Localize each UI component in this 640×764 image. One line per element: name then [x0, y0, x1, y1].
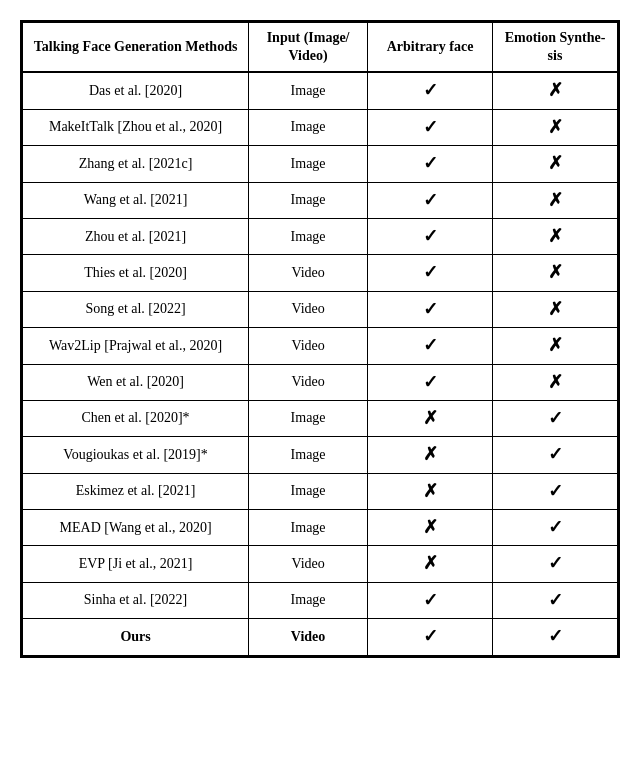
cell-emotion: ✓	[493, 437, 618, 473]
cell-emotion: ✗	[493, 328, 618, 364]
footer-input: Video	[249, 619, 368, 655]
table-row: EVP [Ji et al., 2021]Video✗✓	[23, 546, 618, 582]
table-header-row: Talking Face Generation Methods Input (I…	[23, 23, 618, 73]
cell-emotion: ✗	[493, 146, 618, 182]
cell-arbitrary: ✗	[368, 546, 493, 582]
footer-method: Ours	[23, 619, 249, 655]
cell-input: Image	[249, 400, 368, 436]
cell-arbitrary: ✓	[368, 72, 493, 109]
cell-input: Image	[249, 146, 368, 182]
cell-emotion: ✗	[493, 255, 618, 291]
cell-method: EVP [Ji et al., 2021]	[23, 546, 249, 582]
table-body: Das et al. [2020]Image✓✗MakeItTalk [Zhou…	[23, 72, 618, 618]
cell-input: Image	[249, 437, 368, 473]
cell-method: Chen et al. [2020]*	[23, 400, 249, 436]
cell-method: Vougioukas et al. [2019]*	[23, 437, 249, 473]
cell-emotion: ✗	[493, 109, 618, 145]
table-row: MEAD [Wang et al., 2020]Image✗✓	[23, 510, 618, 546]
table-row: Chen et al. [2020]*Image✗✓	[23, 400, 618, 436]
cell-arbitrary: ✓	[368, 182, 493, 218]
cell-input: Video	[249, 255, 368, 291]
table-row: Zhou et al. [2021]Image✓✗	[23, 218, 618, 254]
cell-method: MEAD [Wang et al., 2020]	[23, 510, 249, 546]
cell-input: Image	[249, 582, 368, 618]
cell-method: Wang et al. [2021]	[23, 182, 249, 218]
cell-method: Song et al. [2022]	[23, 291, 249, 327]
cell-input: Image	[249, 182, 368, 218]
cell-method: Eskimez et al. [2021]	[23, 473, 249, 509]
footer-row: Ours Video ✓ ✓	[23, 619, 618, 655]
cell-arbitrary: ✗	[368, 437, 493, 473]
header-emotion: Emotion Synthe- sis	[493, 23, 618, 73]
cell-method: Wen et al. [2020]	[23, 364, 249, 400]
cell-arbitrary: ✓	[368, 364, 493, 400]
footer-emotion: ✓	[493, 619, 618, 655]
footer-arbitrary: ✓	[368, 619, 493, 655]
cell-method: MakeItTalk [Zhou et al., 2020]	[23, 109, 249, 145]
cell-input: Video	[249, 328, 368, 364]
cell-input: Image	[249, 473, 368, 509]
cell-input: Video	[249, 364, 368, 400]
comparison-table: Talking Face Generation Methods Input (I…	[22, 22, 618, 656]
cell-input: Image	[249, 218, 368, 254]
cell-emotion: ✗	[493, 291, 618, 327]
cell-input: Image	[249, 72, 368, 109]
cell-arbitrary: ✓	[368, 218, 493, 254]
cell-arbitrary: ✗	[368, 473, 493, 509]
cell-arbitrary: ✓	[368, 582, 493, 618]
cell-emotion: ✗	[493, 182, 618, 218]
cell-method: Zhou et al. [2021]	[23, 218, 249, 254]
cell-input: Video	[249, 546, 368, 582]
table-row: MakeItTalk [Zhou et al., 2020]Image✓✗	[23, 109, 618, 145]
table-row: Wang et al. [2021]Image✓✗	[23, 182, 618, 218]
table-row: Wav2Lip [Prajwal et al., 2020]Video✓✗	[23, 328, 618, 364]
table-row: Sinha et al. [2022]Image✓✓	[23, 582, 618, 618]
cell-emotion: ✓	[493, 510, 618, 546]
table-row: Eskimez et al. [2021]Image✗✓	[23, 473, 618, 509]
table-row: Vougioukas et al. [2019]*Image✗✓	[23, 437, 618, 473]
cell-arbitrary: ✗	[368, 400, 493, 436]
cell-method: Sinha et al. [2022]	[23, 582, 249, 618]
comparison-table-wrapper: Talking Face Generation Methods Input (I…	[20, 20, 620, 658]
cell-arbitrary: ✓	[368, 291, 493, 327]
cell-emotion: ✓	[493, 400, 618, 436]
cell-emotion: ✓	[493, 473, 618, 509]
table-row: Thies et al. [2020]Video✓✗	[23, 255, 618, 291]
cell-emotion: ✗	[493, 72, 618, 109]
cell-emotion: ✗	[493, 364, 618, 400]
cell-input: Image	[249, 510, 368, 546]
table-row: Das et al. [2020]Image✓✗	[23, 72, 618, 109]
cell-input: Video	[249, 291, 368, 327]
cell-method: Zhang et al. [2021c]	[23, 146, 249, 182]
cell-method: Thies et al. [2020]	[23, 255, 249, 291]
table-footer: Ours Video ✓ ✓	[23, 619, 618, 655]
cell-arbitrary: ✓	[368, 146, 493, 182]
cell-emotion: ✓	[493, 582, 618, 618]
cell-input: Image	[249, 109, 368, 145]
header-arbitrary: Arbitrary face	[368, 23, 493, 73]
header-method: Talking Face Generation Methods	[23, 23, 249, 73]
cell-arbitrary: ✗	[368, 510, 493, 546]
header-input: Input (Image/ Video)	[249, 23, 368, 73]
cell-arbitrary: ✓	[368, 255, 493, 291]
table-row: Wen et al. [2020]Video✓✗	[23, 364, 618, 400]
cell-arbitrary: ✓	[368, 109, 493, 145]
cell-arbitrary: ✓	[368, 328, 493, 364]
cell-emotion: ✗	[493, 218, 618, 254]
cell-emotion: ✓	[493, 546, 618, 582]
table-row: Zhang et al. [2021c]Image✓✗	[23, 146, 618, 182]
cell-method: Das et al. [2020]	[23, 72, 249, 109]
cell-method: Wav2Lip [Prajwal et al., 2020]	[23, 328, 249, 364]
table-row: Song et al. [2022]Video✓✗	[23, 291, 618, 327]
